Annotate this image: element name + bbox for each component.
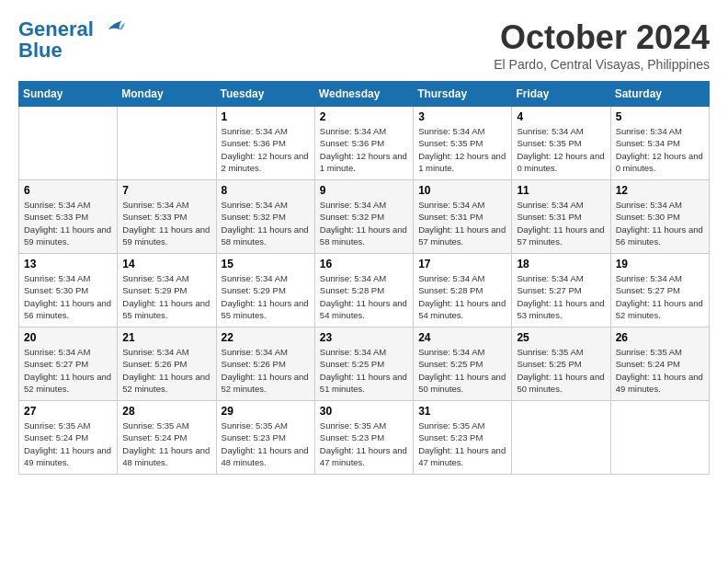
month-title: October 2024	[494, 18, 710, 57]
day-sunrise: Sunrise: 5:34 AM	[517, 199, 605, 211]
day-number: 14	[122, 258, 210, 270]
calendar-cell: 7 Sunrise: 5:34 AM Sunset: 5:33 PM Dayli…	[118, 180, 216, 254]
day-number: 20	[24, 331, 112, 344]
day-number: 16	[320, 258, 408, 270]
logo: General Blue	[18, 18, 127, 61]
calendar-cell: 1 Sunrise: 5:34 AM Sunset: 5:36 PM Dayli…	[216, 107, 314, 180]
day-number: 12	[616, 184, 704, 197]
day-number: 19	[616, 258, 704, 270]
calendar-table: SundayMondayTuesdayWednesdayThursdayFrid…	[18, 81, 710, 475]
day-sunset: Sunset: 5:35 PM	[418, 137, 506, 149]
day-sunset: Sunset: 5:27 PM	[24, 358, 112, 370]
day-daylight: Daylight: 11 hours and 51 minutes.	[320, 371, 408, 396]
calendar-cell: 25 Sunrise: 5:35 AM Sunset: 5:25 PM Dayl…	[512, 327, 610, 401]
day-sunset: Sunset: 5:26 PM	[222, 358, 310, 370]
day-sunrise: Sunrise: 5:34 AM	[418, 199, 506, 211]
calendar-cell: 18 Sunrise: 5:34 AM Sunset: 5:27 PM Dayl…	[512, 254, 610, 327]
day-sunset: Sunset: 5:25 PM	[517, 358, 605, 370]
day-daylight: Daylight: 12 hours and 2 minutes.	[222, 150, 310, 175]
calendar-cell: 31 Sunrise: 5:35 AM Sunset: 5:23 PM Dayl…	[414, 401, 512, 475]
day-number: 31	[418, 405, 506, 418]
day-sunset: Sunset: 5:27 PM	[616, 284, 704, 296]
day-sunset: Sunset: 5:23 PM	[222, 431, 310, 443]
day-daylight: Daylight: 11 hours and 54 minutes.	[320, 297, 408, 322]
calendar-cell: 19 Sunrise: 5:34 AM Sunset: 5:27 PM Dayl…	[610, 254, 709, 327]
day-sunrise: Sunrise: 5:34 AM	[320, 199, 408, 211]
day-daylight: Daylight: 12 hours and 1 minute.	[418, 150, 506, 175]
day-sunset: Sunset: 5:23 PM	[320, 431, 408, 443]
day-number: 17	[418, 258, 506, 270]
day-daylight: Daylight: 11 hours and 50 minutes.	[418, 371, 506, 396]
day-daylight: Daylight: 11 hours and 48 minutes.	[222, 444, 310, 469]
calendar-cell: 21 Sunrise: 5:34 AM Sunset: 5:26 PM Dayl…	[118, 327, 216, 401]
calendar-cell: 22 Sunrise: 5:34 AM Sunset: 5:26 PM Dayl…	[216, 327, 314, 401]
day-sunset: Sunset: 5:36 PM	[320, 137, 408, 149]
calendar-cell	[19, 107, 118, 180]
weekday-header-thursday: Thursday	[414, 82, 512, 107]
day-sunset: Sunset: 5:28 PM	[320, 284, 408, 296]
calendar-cell: 28 Sunrise: 5:35 AM Sunset: 5:24 PM Dayl…	[118, 401, 216, 475]
day-daylight: Daylight: 11 hours and 48 minutes.	[122, 444, 210, 469]
day-sunset: Sunset: 5:24 PM	[122, 431, 210, 443]
calendar-cell: 14 Sunrise: 5:34 AM Sunset: 5:29 PM Dayl…	[118, 254, 216, 327]
weekday-header-friday: Friday	[512, 82, 610, 107]
day-number: 1	[222, 110, 310, 123]
day-number: 7	[122, 184, 210, 197]
day-daylight: Daylight: 11 hours and 55 minutes.	[122, 297, 210, 322]
calendar-cell: 20 Sunrise: 5:34 AM Sunset: 5:27 PM Dayl…	[19, 327, 118, 401]
day-number: 6	[24, 184, 112, 197]
day-number: 21	[122, 331, 210, 344]
day-daylight: Daylight: 11 hours and 56 minutes.	[616, 224, 704, 248]
page-header: General Blue October 2024 El Pardo, Cent…	[18, 18, 710, 72]
day-sunrise: Sunrise: 5:35 AM	[320, 419, 408, 431]
calendar-cell: 17 Sunrise: 5:34 AM Sunset: 5:28 PM Dayl…	[414, 254, 512, 327]
day-sunrise: Sunrise: 5:34 AM	[320, 272, 408, 284]
day-sunrise: Sunrise: 5:34 AM	[616, 272, 704, 284]
calendar-cell: 16 Sunrise: 5:34 AM Sunset: 5:28 PM Dayl…	[314, 254, 413, 327]
day-sunrise: Sunrise: 5:34 AM	[24, 272, 112, 284]
day-sunrise: Sunrise: 5:35 AM	[24, 419, 112, 431]
day-number: 13	[24, 258, 112, 270]
day-sunset: Sunset: 5:30 PM	[24, 284, 112, 296]
day-daylight: Daylight: 11 hours and 59 minutes.	[24, 224, 112, 248]
day-number: 23	[320, 331, 408, 344]
day-number: 29	[222, 405, 310, 418]
day-daylight: Daylight: 11 hours and 54 minutes.	[418, 297, 506, 322]
logo-text-general: General	[18, 17, 94, 40]
day-sunset: Sunset: 5:24 PM	[24, 431, 112, 443]
day-sunrise: Sunrise: 5:34 AM	[122, 272, 210, 284]
calendar-cell: 27 Sunrise: 5:35 AM Sunset: 5:24 PM Dayl…	[19, 401, 118, 475]
day-daylight: Daylight: 11 hours and 52 minutes.	[122, 371, 210, 396]
day-sunrise: Sunrise: 5:34 AM	[122, 346, 210, 358]
day-number: 24	[418, 331, 506, 344]
calendar-cell: 15 Sunrise: 5:34 AM Sunset: 5:29 PM Dayl…	[216, 254, 314, 327]
calendar-cell: 4 Sunrise: 5:34 AM Sunset: 5:35 PM Dayli…	[512, 107, 610, 180]
day-sunrise: Sunrise: 5:34 AM	[222, 272, 310, 284]
day-sunset: Sunset: 5:33 PM	[122, 211, 210, 223]
calendar-cell	[118, 107, 216, 180]
day-sunrise: Sunrise: 5:34 AM	[222, 125, 310, 137]
day-number: 26	[616, 331, 704, 344]
day-daylight: Daylight: 11 hours and 53 minutes.	[517, 297, 605, 322]
calendar-cell: 30 Sunrise: 5:35 AM Sunset: 5:23 PM Dayl…	[314, 401, 413, 475]
day-sunset: Sunset: 5:30 PM	[616, 211, 704, 223]
day-daylight: Daylight: 11 hours and 47 minutes.	[418, 444, 506, 469]
weekday-header-tuesday: Tuesday	[216, 82, 314, 107]
day-daylight: Daylight: 11 hours and 57 minutes.	[517, 224, 605, 248]
day-sunrise: Sunrise: 5:34 AM	[320, 346, 408, 358]
day-sunset: Sunset: 5:25 PM	[320, 358, 408, 370]
day-sunset: Sunset: 5:31 PM	[517, 211, 605, 223]
calendar-cell: 6 Sunrise: 5:34 AM Sunset: 5:33 PM Dayli…	[19, 180, 118, 254]
weekday-header-monday: Monday	[118, 82, 216, 107]
day-sunrise: Sunrise: 5:34 AM	[222, 346, 310, 358]
day-sunset: Sunset: 5:27 PM	[517, 284, 605, 296]
day-sunset: Sunset: 5:24 PM	[616, 358, 704, 370]
day-sunrise: Sunrise: 5:35 AM	[517, 346, 605, 358]
day-daylight: Daylight: 11 hours and 52 minutes.	[616, 297, 704, 322]
calendar-cell: 11 Sunrise: 5:34 AM Sunset: 5:31 PM Dayl…	[512, 180, 610, 254]
day-sunset: Sunset: 5:35 PM	[517, 137, 605, 149]
day-sunrise: Sunrise: 5:34 AM	[122, 199, 210, 211]
day-sunset: Sunset: 5:31 PM	[418, 211, 506, 223]
day-daylight: Daylight: 11 hours and 58 minutes.	[320, 224, 408, 248]
calendar-cell: 2 Sunrise: 5:34 AM Sunset: 5:36 PM Dayli…	[314, 107, 413, 180]
